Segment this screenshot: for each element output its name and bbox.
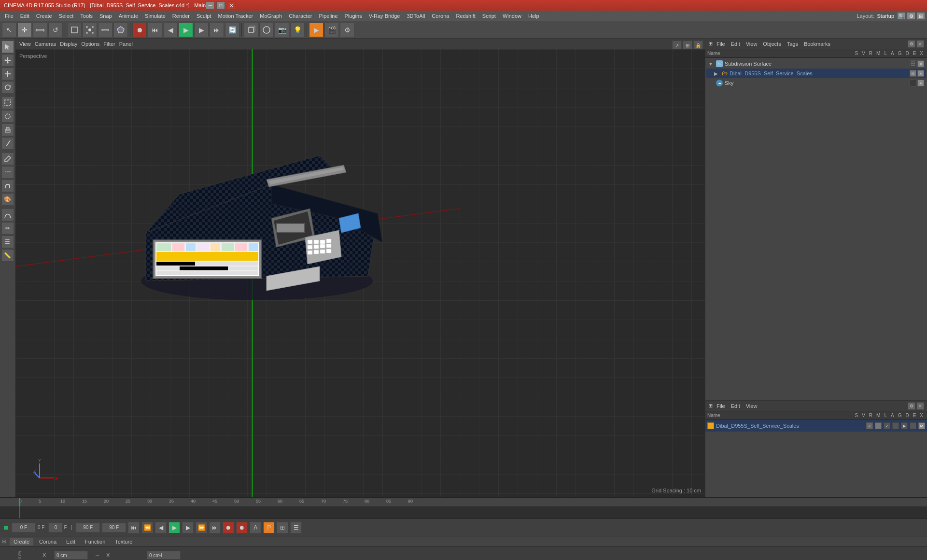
mat-flag-v[interactable] [875, 422, 882, 429]
tool-smooth[interactable]: 〰 [1, 166, 14, 179]
tool-pen[interactable]: ✏ [1, 222, 14, 235]
menu-help[interactable]: Help [525, 12, 542, 20]
cube-btn[interactable] [244, 23, 258, 37]
subdiv-tag1[interactable] [910, 60, 916, 67]
polygon-mode[interactable] [113, 23, 128, 37]
tab-edit[interactable]: Edit [62, 537, 80, 546]
next-frame[interactable]: ▶ [194, 23, 209, 37]
tl-current-frame[interactable] [12, 523, 36, 532]
scale-tool[interactable]: ⟺ [33, 23, 47, 37]
tl-record2[interactable]: ⏺ [236, 522, 248, 533]
viewport-maximize[interactable]: ↗ [672, 41, 682, 50]
render-settings[interactable]: ⚙ [340, 23, 354, 37]
coord-x-pos[interactable] [54, 551, 88, 560]
mat-flag2[interactable] [892, 422, 899, 429]
sphere-btn[interactable] [259, 23, 274, 37]
tool-extrude[interactable] [1, 124, 14, 136]
menu-plugins[interactable]: Plugins [342, 12, 365, 20]
dibal-tag1[interactable]: M [910, 70, 916, 77]
menu-tools[interactable]: Tools [77, 12, 96, 20]
menu-file[interactable]: File [2, 12, 16, 20]
viewport-menu-filter[interactable]: Filter [103, 41, 115, 47]
viewport-menu-cameras[interactable]: Cameras [35, 41, 56, 47]
point-mode[interactable] [83, 23, 97, 37]
mat-menu-view[interactable]: View [744, 403, 759, 409]
tl-auto-key[interactable]: A [250, 522, 261, 533]
camera-btn[interactable]: 📷 [275, 23, 289, 37]
mat-dibal-row[interactable]: Dibal_D955S_Self_Service_Scales ✓ ✓ ▶ M [705, 420, 927, 432]
search-icon[interactable]: 🔍 [897, 12, 906, 20]
obj-menu-edit[interactable]: Edit [729, 41, 742, 47]
obj-sky[interactable]: ☁ Sky × [706, 78, 926, 88]
tool-box-select[interactable] [1, 97, 14, 109]
tool-live-select[interactable] [1, 110, 14, 123]
menu-sculpt[interactable]: Sculpt [194, 12, 214, 20]
menu-corona[interactable]: Corona [429, 12, 452, 20]
viewport-menu-display[interactable]: Display [60, 41, 77, 47]
tl-end-frame[interactable] [76, 523, 100, 532]
menu-edit[interactable]: Edit [17, 12, 32, 20]
mat-flag-s[interactable]: ✓ [866, 422, 873, 429]
tool-scale[interactable] [1, 68, 14, 80]
tool-layers[interactable]: ☰ [1, 236, 14, 248]
tl-next-frame[interactable]: ▶ [182, 522, 194, 533]
tl-frames[interactable]: ☰ [290, 522, 302, 533]
viewport-menu-panel[interactable]: Panel [119, 41, 133, 47]
tool-paint[interactable]: 🎨 [1, 193, 14, 206]
menu-3dtoall[interactable]: 3DToAll [404, 12, 428, 20]
menu-animate[interactable]: Animate [116, 12, 141, 20]
tab-create[interactable]: Create [9, 537, 34, 546]
mat-flag-x[interactable]: M [918, 422, 925, 429]
sky-tag1[interactable] [910, 80, 916, 86]
menu-pipeline[interactable]: Pipeline [316, 12, 340, 20]
tl-start-frame[interactable] [48, 523, 63, 532]
viewport-menu-options[interactable]: Options [81, 41, 99, 47]
viewport-settings[interactable]: ⊞ [683, 41, 692, 50]
mat-flag3[interactable]: ▶ [901, 422, 908, 429]
edge-mode[interactable] [98, 23, 112, 37]
tool-knife[interactable] [1, 137, 14, 150]
menu-vray[interactable]: V-Ray Bridge [366, 12, 403, 20]
loop-btn[interactable]: 🔄 [225, 23, 239, 37]
tool-move[interactable] [1, 54, 14, 67]
timeline-tracks[interactable] [0, 506, 927, 518]
menu-render[interactable]: Render [169, 12, 193, 20]
obj-menu-view[interactable]: View [744, 41, 759, 47]
keyframe-record[interactable]: ⏺ [132, 23, 147, 37]
obj-expand-dibal[interactable]: ▶ [714, 71, 720, 76]
tool-rotate[interactable] [1, 81, 14, 94]
object-mode[interactable] [67, 23, 82, 37]
obj-menu-tags[interactable]: Tags [785, 41, 800, 47]
tl-play[interactable]: ▶ [169, 522, 180, 533]
rotate-tool[interactable]: ↺ [48, 23, 63, 37]
mat-flag4[interactable] [910, 422, 916, 429]
tl-skip-start[interactable]: ⏮ [128, 522, 140, 533]
dibal-tag2[interactable]: × [917, 70, 924, 77]
minimize-button[interactable]: ─ [206, 1, 214, 9]
tool-brush[interactable] [1, 153, 14, 165]
menu-create[interactable]: Create [33, 12, 55, 20]
menu-window[interactable]: Window [500, 12, 524, 20]
obj-menu-bookmarks[interactable]: Bookmarks [802, 41, 832, 47]
tl-motion-rec[interactable]: P [263, 522, 275, 533]
subdiv-tag2[interactable]: × [917, 60, 924, 67]
tool-magnet[interactable] [1, 180, 14, 192]
tl-prev-key[interactable]: ⏪ [141, 522, 153, 533]
obj-icon2[interactable]: × [916, 40, 924, 48]
mat-icon1[interactable]: ⚙ [908, 402, 915, 410]
restore-button[interactable]: □ [216, 1, 225, 9]
tl-prev-frame[interactable]: ◀ [155, 522, 167, 533]
tab-texture[interactable]: Texture [111, 537, 137, 546]
mat-flag-check[interactable]: ✓ [884, 422, 890, 429]
menu-script[interactable]: Script [479, 12, 499, 20]
move-tool[interactable]: ✛ [17, 23, 32, 37]
tab-corona[interactable]: Corona [35, 537, 61, 546]
next-key[interactable]: ⏭ [210, 23, 224, 37]
tl-skip-end[interactable]: ⏭ [209, 522, 221, 533]
menu-snap[interactable]: Snap [97, 12, 115, 20]
layout-icon[interactable]: ⊞ [916, 12, 925, 20]
obj-dibal-model[interactable]: ▶ 🗁 Dibal_D955S_Self_Service_Scales M × [706, 69, 926, 78]
obj-menu-file[interactable]: File [715, 41, 727, 47]
play-btn[interactable]: ▶ [179, 23, 193, 37]
tab-function[interactable]: Function [81, 537, 110, 546]
